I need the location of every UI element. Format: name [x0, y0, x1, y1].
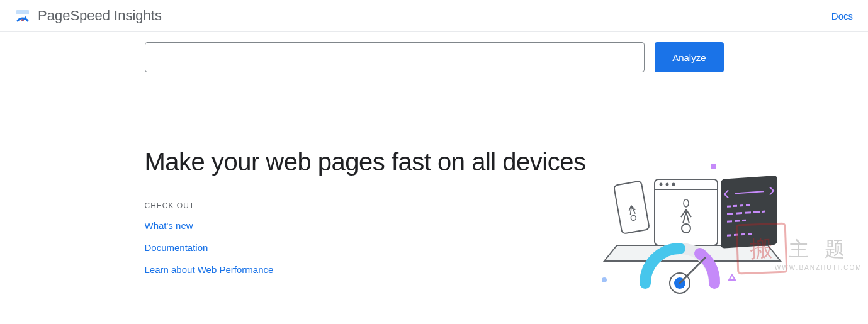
- header-left: PageSpeed Insights: [15, 8, 162, 24]
- search-row: Analyze: [145, 42, 724, 72]
- svg-point-11: [672, 183, 675, 186]
- url-input[interactable]: [145, 42, 645, 72]
- watermark-chinese: 主 题: [789, 236, 850, 264]
- watermark-url: WWW.BANZHUTI.COM: [775, 264, 862, 271]
- svg-point-10: [665, 183, 668, 186]
- svg-point-9: [659, 183, 662, 186]
- svg-point-4: [602, 277, 607, 282]
- svg-rect-0: [16, 10, 29, 14]
- analyze-button[interactable]: Analyze: [655, 42, 723, 72]
- header-title: PageSpeed Insights: [38, 8, 162, 24]
- svg-line-18: [727, 220, 746, 221]
- header: PageSpeed Insights Docs: [0, 0, 868, 32]
- hero-section: Make your web pages fast on all devices …: [145, 148, 724, 275]
- pagespeed-logo-icon: [15, 8, 30, 23]
- docs-link[interactable]: Docs: [831, 11, 853, 21]
- main-content: Analyze Make your web pages fast on all …: [132, 42, 736, 275]
- svg-rect-3: [711, 164, 716, 169]
